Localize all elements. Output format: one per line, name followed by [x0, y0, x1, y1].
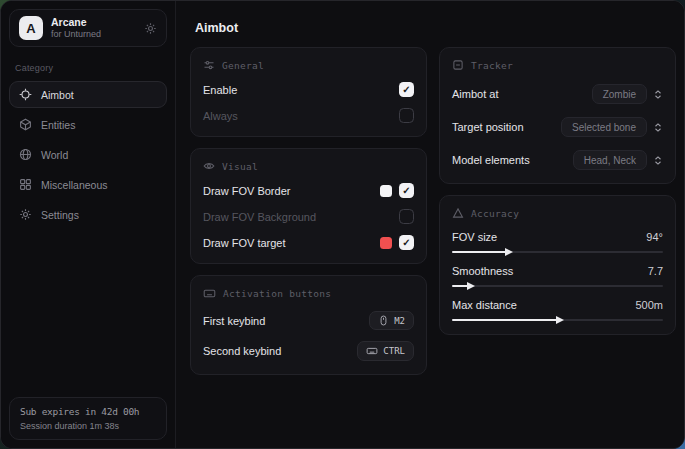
- tracker-card: Tracker Aimbot at Zombie: [439, 47, 676, 184]
- smoothness-group: Smoothness 7.7: [452, 265, 663, 287]
- draw-fov-background-label: Draw FOV Background: [203, 211, 316, 223]
- unfold-icon[interactable]: [653, 89, 663, 100]
- model-elements-label: Model elements: [452, 154, 530, 166]
- brand-subtitle: for Unturned: [51, 29, 136, 39]
- target-position-label: Target position: [452, 121, 524, 133]
- grid-icon: [19, 178, 32, 191]
- category-label: Category: [15, 63, 167, 73]
- smoothness-slider[interactable]: [452, 285, 663, 287]
- brand-logo: A: [19, 16, 43, 40]
- slider-thumb[interactable]: [556, 316, 564, 324]
- always-label: Always: [203, 110, 238, 122]
- keyboard-icon: [366, 345, 378, 357]
- sidebar-item-label: Entities: [41, 119, 75, 131]
- max-distance-value: 500m: [635, 299, 663, 311]
- keyboard-icon: [203, 287, 216, 300]
- always-checkbox[interactable]: [399, 108, 414, 123]
- mouse-icon: [378, 315, 389, 326]
- smoothness-value: 7.7: [648, 265, 663, 277]
- max-distance-label: Max distance: [452, 299, 517, 311]
- card-title: General: [222, 60, 264, 71]
- sliders-icon: [203, 59, 215, 71]
- target-position-dropdown[interactable]: Selected bone: [561, 117, 647, 137]
- eye-icon: [203, 160, 215, 172]
- draw-fov-target-label: Draw FOV target: [203, 237, 286, 249]
- page-title: Aimbot: [195, 21, 676, 35]
- slider-thumb[interactable]: [505, 248, 513, 256]
- subscription-info-card: Sub expires in 42d 00h Session duration …: [9, 397, 167, 440]
- activation-buttons-card: Activation buttons First keybind M2: [190, 275, 427, 375]
- crosshair-icon: [19, 88, 32, 101]
- gear-icon: [19, 208, 32, 221]
- enable-checkbox[interactable]: ✓: [399, 82, 414, 97]
- main-panel: Aimbot General: [176, 1, 685, 448]
- app-window: A Arcane for Unturned Category: [0, 0, 685, 449]
- brand-name: Arcane: [51, 16, 136, 28]
- draw-fov-border-label: Draw FOV Border: [203, 185, 290, 197]
- fov-size-value: 94°: [646, 231, 663, 243]
- triangle-icon: [452, 207, 464, 219]
- aimbot-at-label: Aimbot at: [452, 88, 498, 100]
- sidebar-item-settings[interactable]: Settings: [9, 201, 167, 228]
- fov-border-color-swatch[interactable]: [380, 185, 392, 197]
- second-keybind-label: Second keybind: [203, 345, 281, 357]
- card-title: Accuracy: [471, 208, 519, 219]
- sidebar-item-miscellaneous[interactable]: Miscellaneous: [9, 171, 167, 198]
- draw-fov-background-checkbox[interactable]: [399, 209, 414, 224]
- card-title: Activation buttons: [223, 288, 331, 299]
- aimbot-at-dropdown[interactable]: Zombie: [592, 84, 647, 104]
- smoothness-label: Smoothness: [452, 265, 513, 277]
- unfold-icon[interactable]: [653, 155, 663, 166]
- gear-icon[interactable]: [144, 22, 157, 35]
- draw-fov-target-checkbox[interactable]: ✓: [399, 235, 414, 250]
- sidebar-item-label: Settings: [41, 209, 79, 221]
- general-card: General Enable ✓ Always: [190, 47, 427, 137]
- card-title: Tracker: [471, 60, 513, 71]
- model-elements-dropdown[interactable]: Head, Neck: [573, 150, 647, 170]
- sidebar-item-label: Miscellaneous: [41, 179, 108, 191]
- accuracy-card: Accuracy FOV size 94°: [439, 195, 676, 335]
- sidebar-nav: Aimbot Entities: [9, 81, 167, 228]
- first-keybind-button[interactable]: M2: [369, 311, 414, 330]
- card-title: Visual: [222, 161, 258, 172]
- keybind-value: M2: [394, 316, 405, 326]
- first-keybind-label: First keybind: [203, 315, 265, 327]
- fov-size-label: FOV size: [452, 231, 497, 243]
- fov-size-group: FOV size 94°: [452, 231, 663, 253]
- brand-text: Arcane for Unturned: [51, 16, 136, 39]
- brand-card: A Arcane for Unturned: [9, 9, 167, 47]
- session-duration-text: Session duration 1m 38s: [20, 421, 156, 431]
- enable-label: Enable: [203, 84, 237, 96]
- unfold-icon[interactable]: [653, 122, 663, 133]
- fov-size-slider[interactable]: [452, 251, 663, 253]
- sidebar-item-label: Aimbot: [41, 89, 74, 101]
- fov-target-color-swatch[interactable]: [380, 237, 392, 249]
- visual-card: Visual Draw FOV Border ✓ Draw FOV Backgr…: [190, 148, 427, 264]
- sidebar-item-world[interactable]: World: [9, 141, 167, 168]
- sidebar-item-aimbot[interactable]: Aimbot: [9, 81, 167, 108]
- draw-fov-border-checkbox[interactable]: ✓: [399, 183, 414, 198]
- slider-thumb[interactable]: [467, 282, 475, 290]
- sidebar-item-entities[interactable]: Entities: [9, 111, 167, 138]
- max-distance-slider[interactable]: [452, 319, 663, 321]
- second-keybind-button[interactable]: CTRL: [357, 341, 414, 361]
- scan-icon: [452, 59, 464, 71]
- keybind-value: CTRL: [383, 346, 405, 356]
- sub-expiry-text: Sub expires in 42d 00h: [20, 406, 156, 417]
- globe-icon: [19, 148, 32, 161]
- sidebar: A Arcane for Unturned Category: [1, 1, 176, 448]
- max-distance-group: Max distance 500m: [452, 299, 663, 321]
- cube-icon: [19, 118, 32, 131]
- sidebar-item-label: World: [41, 149, 68, 161]
